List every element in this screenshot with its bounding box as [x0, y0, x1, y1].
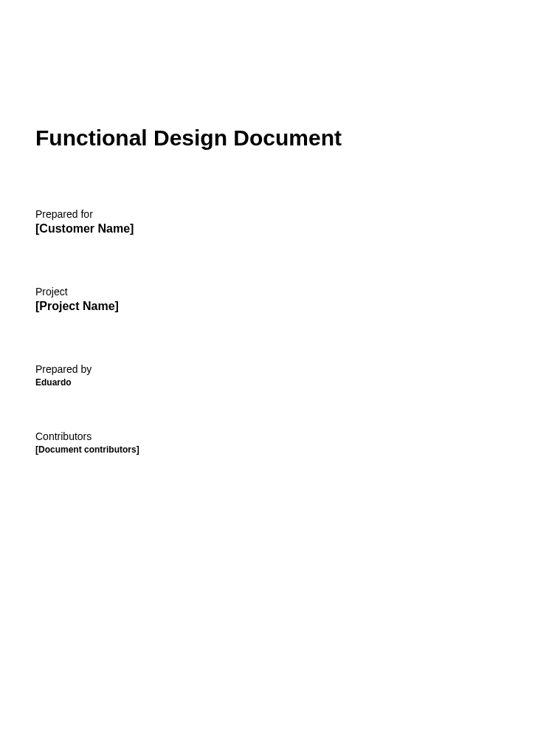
contributors-label: Contributors	[35, 430, 500, 442]
contributors-section: Contributors [Document contributors]	[35, 430, 500, 455]
prepared-by-section: Prepared by Eduardo	[35, 363, 500, 388]
prepared-by-value: Eduardo	[35, 377, 500, 388]
contributors-value: [Document contributors]	[35, 444, 500, 455]
prepared-for-section: Prepared for [Customer Name]	[35, 208, 500, 236]
project-value: [Project Name]	[35, 300, 500, 313]
prepared-by-label: Prepared by	[35, 363, 500, 375]
document-title: Functional Design Document	[35, 126, 500, 151]
project-section: Project [Project Name]	[35, 286, 500, 313]
prepared-for-label: Prepared for	[35, 208, 500, 220]
project-label: Project	[35, 286, 500, 298]
prepared-for-value: [Customer Name]	[35, 222, 500, 236]
